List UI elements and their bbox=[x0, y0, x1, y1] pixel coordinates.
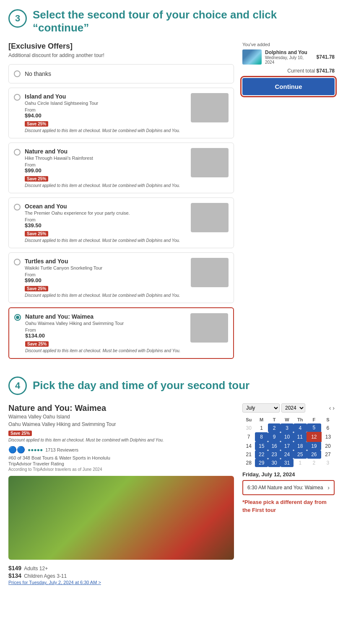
no-thanks-label: No thanks bbox=[25, 70, 51, 77]
section-subtitle: Additional discount for adding another t… bbox=[8, 52, 234, 58]
calendar-header-row: SuMTWThFS bbox=[242, 416, 335, 423]
price1-amount: $149 bbox=[8, 565, 21, 571]
step3-title: Select the second tour of your choice an… bbox=[33, 8, 335, 34]
cal-day-23[interactable]: 23 bbox=[268, 450, 281, 459]
radio-waimea[interactable] bbox=[14, 314, 21, 321]
tour-name-turtles: Turtles and You bbox=[25, 258, 187, 265]
cal-day-2-other: 2 bbox=[307, 459, 321, 467]
cal-day-10[interactable]: 10 bbox=[281, 432, 293, 441]
tour-price-island: $94.00 bbox=[25, 112, 187, 119]
cal-day-1-other: 1 bbox=[294, 459, 307, 467]
calendar-grid: SuMTWThFS 301234567891011121314151617181… bbox=[242, 416, 335, 467]
cal-day-15[interactable]: 15 bbox=[255, 441, 268, 450]
calendar-header: JanuaryFebruaryMarchAprilMayJuneJulyAugu… bbox=[242, 403, 335, 413]
tour-name-waimea: Nature and You: Waimea bbox=[25, 313, 186, 320]
cal-header-W: W bbox=[281, 416, 293, 423]
cal-day-14: 14 bbox=[242, 441, 255, 450]
cal-day-25[interactable]: 25 bbox=[294, 450, 307, 459]
cal-day-3[interactable]: 3 bbox=[281, 423, 293, 432]
calendar-body: 3012345678910111213141516171819202122232… bbox=[242, 423, 335, 467]
step4-section: 4 Pick the day and time of your second t… bbox=[8, 376, 335, 585]
added-item-date: Wednesday, July 10, 2024 bbox=[265, 55, 313, 65]
cal-day-30[interactable]: 30 bbox=[268, 459, 281, 467]
cal-day-7: 7 bbox=[242, 432, 255, 441]
tour-option-waimea[interactable]: Nature and You: Waimea Oahu Waimea Valle… bbox=[8, 307, 234, 359]
cal-day-24[interactable]: 24 bbox=[281, 450, 293, 459]
tour-desc-turtles: Waikiki Turtle Canyon Snorkeling Tour bbox=[25, 265, 187, 270]
cal-day-5[interactable]: 5 bbox=[307, 423, 321, 432]
step3-circle: 3 bbox=[8, 9, 27, 28]
cal-day-17[interactable]: 17 bbox=[281, 441, 293, 450]
prices-note[interactable]: Prices for Tuesday, July 2, 2024 at 6:30… bbox=[8, 580, 234, 585]
from-label-waimea: From bbox=[25, 327, 186, 332]
cal-day-19[interactable]: 19 bbox=[307, 441, 321, 450]
tour-info-ocean: Ocean and You The Premier Oahu experienc… bbox=[25, 203, 187, 243]
current-total-value: $741.78 bbox=[317, 68, 335, 74]
current-total: Current total $741.78 bbox=[242, 68, 335, 74]
tour-detail-panel: Nature and You: Waimea Waimea Valley Oah… bbox=[8, 403, 234, 585]
cal-day-8[interactable]: 8 bbox=[255, 432, 268, 441]
continue-button[interactable]: Continue bbox=[242, 78, 335, 95]
cal-week-1: 78910111213 bbox=[242, 432, 335, 441]
cal-day-22[interactable]: 22 bbox=[255, 450, 268, 459]
from-label-island: From bbox=[25, 107, 187, 112]
tour-price-nature: $99.00 bbox=[25, 167, 187, 174]
discount-note-turtles: Discount applied to this item at checkou… bbox=[25, 293, 187, 298]
time-slot-arrow: › bbox=[327, 484, 330, 491]
cal-day-16[interactable]: 16 bbox=[268, 441, 281, 450]
cal-day-9[interactable]: 9 bbox=[268, 432, 281, 441]
tour-detail-full-name: Oahu Waimea Valley Hiking and Swimming T… bbox=[8, 421, 234, 427]
tour-option-ocean[interactable]: Ocean and You The Premier Oahu experienc… bbox=[8, 197, 234, 248]
cal-day-27: 27 bbox=[321, 450, 335, 459]
tour-detail-name: Nature and You: Waimea bbox=[8, 403, 234, 413]
time-slot[interactable]: 6:30 AM Nature and You: Waimea › bbox=[242, 480, 335, 495]
cal-day-12[interactable]: 12 bbox=[307, 432, 321, 441]
star-rating: ●●●●● bbox=[28, 447, 43, 453]
save-badge-island: Save 25% bbox=[25, 121, 48, 127]
calendar-next-button[interactable]: › bbox=[333, 405, 335, 411]
review-count: 1713 Reviewers bbox=[45, 447, 78, 452]
cal-day-18[interactable]: 18 bbox=[294, 441, 307, 450]
tripadvisor-rating-label: TripAdvisor Traveler Rating bbox=[8, 461, 234, 466]
price2-label: Children Ages 3-11 bbox=[24, 573, 67, 579]
cal-day-11[interactable]: 11 bbox=[294, 432, 307, 441]
tour-desc-nature: Hike Through Hawaii's Rainforest bbox=[25, 156, 187, 161]
cal-day-4[interactable]: 4 bbox=[294, 423, 307, 432]
cal-day-31[interactable]: 31 bbox=[281, 459, 293, 467]
calendar-panel: JanuaryFebruaryMarchAprilMayJuneJulyAugu… bbox=[242, 403, 335, 585]
tripadvisor-icon: 🔵🔵 bbox=[8, 446, 25, 454]
from-label-nature: From bbox=[25, 162, 187, 167]
tour-name-ocean: Ocean and You bbox=[25, 203, 187, 210]
no-thanks-option[interactable]: No thanks bbox=[8, 64, 234, 83]
cal-day-2[interactable]: 2 bbox=[268, 423, 281, 432]
tour-option-turtles[interactable]: Turtles and You Waikiki Turtle Canyon Sn… bbox=[8, 252, 234, 303]
tour-info-waimea: Nature and You: Waimea Oahu Waimea Valle… bbox=[25, 313, 186, 353]
calendar-prev-button[interactable]: ‹ bbox=[329, 405, 331, 411]
cal-day-29[interactable]: 29 bbox=[255, 459, 268, 467]
no-thanks-radio[interactable] bbox=[14, 70, 21, 77]
radio-turtles[interactable] bbox=[14, 259, 21, 265]
cal-day-26[interactable]: 26 bbox=[307, 450, 321, 459]
cal-header-S: S bbox=[321, 416, 335, 423]
added-item-thumb bbox=[242, 49, 262, 65]
tour-detail-location: Waimea Valley Oahu Island bbox=[8, 414, 234, 420]
tour-desc-ocean: The Premier Oahu experience for your par… bbox=[25, 210, 187, 216]
pricing-row-1: $149 Adults 12+ bbox=[8, 565, 234, 571]
month-select[interactable]: JanuaryFebruaryMarchAprilMayJuneJulyAugu… bbox=[242, 403, 280, 413]
reviews-row: 🔵🔵 ●●●●● 1713 Reviewers bbox=[8, 446, 234, 454]
warning-text: *Please pick a different day from the Fi… bbox=[242, 499, 335, 514]
year-select[interactable]: 20242025 bbox=[281, 403, 305, 413]
added-item: Dolphins and You Wednesday, July 10, 202… bbox=[242, 49, 335, 65]
discount-note-island: Discount applied to this item at checkou… bbox=[25, 128, 187, 133]
added-label: You've added bbox=[242, 42, 335, 47]
save-badge-ocean: Save 25% bbox=[25, 231, 48, 236]
radio-nature[interactable] bbox=[14, 149, 21, 156]
cal-header-T: T bbox=[268, 416, 281, 423]
radio-island[interactable] bbox=[14, 94, 21, 101]
tour-name-nature: Nature and You bbox=[25, 148, 187, 155]
cal-day-1: 1 bbox=[255, 423, 268, 432]
tour-option-nature[interactable]: Nature and You Hike Through Hawaii's Rai… bbox=[8, 143, 234, 193]
rank-info: #60 of 348 Boat Tours & Water Sports in … bbox=[8, 455, 234, 460]
tour-option-island[interactable]: Island and You Oahu Circle Island Sights… bbox=[8, 88, 234, 138]
radio-ocean[interactable] bbox=[14, 204, 21, 210]
